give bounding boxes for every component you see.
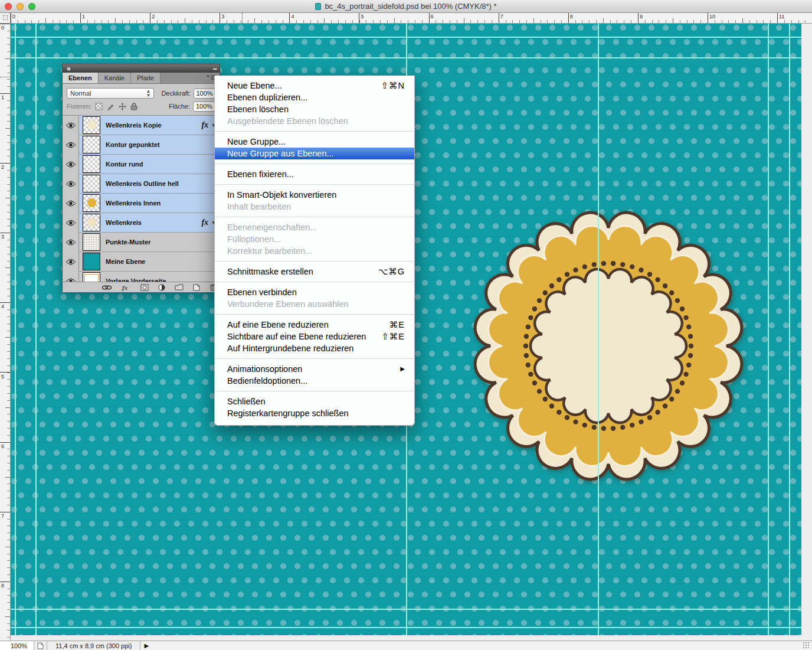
- status-bar: 100% 11,4 cm x 8,9 cm (300 ppi) ▶: [0, 641, 812, 650]
- badge-dotted-ring-dot: [592, 425, 597, 430]
- layer-row[interactable]: Wellenkreisfx▼: [63, 213, 220, 233]
- lock-transparency-icon[interactable]: [95, 103, 103, 110]
- menu-item[interactable]: Bedienfeldoptionen...: [215, 375, 414, 387]
- layer-thumbnail[interactable]: [83, 272, 100, 282]
- panel-drag-bar[interactable]: ◂◂: [63, 64, 220, 73]
- guide-line-horizontal[interactable]: [11, 37, 801, 38]
- layer-visibility-toggle[interactable]: [63, 135, 79, 155]
- layer-thumbnail[interactable]: [83, 194, 100, 212]
- layer-thumbnail[interactable]: [83, 233, 100, 251]
- layer-row[interactable]: Kontur gepunktet: [63, 135, 220, 155]
- menu-item[interactable]: Ebenen fixieren...: [215, 168, 414, 180]
- window-titlebar[interactable]: bc_4s_portrait_sidefold.psd bei 100% (CM…: [0, 0, 812, 13]
- menu-item[interactable]: Schließen: [215, 396, 414, 407]
- tab-ebenen[interactable]: Ebenen: [63, 73, 99, 83]
- layer-row[interactable]: Meine Ebene: [63, 252, 220, 272]
- layer-thumbnail[interactable]: [83, 214, 100, 231]
- menu-item[interactable]: Sichtbare auf eine Ebene reduzieren⇧⌘E: [215, 331, 414, 342]
- tab-pfade[interactable]: Pfade: [131, 73, 161, 83]
- zoom-window-button[interactable]: [28, 3, 35, 10]
- menu-item[interactable]: Animationsoptionen▶: [215, 363, 414, 375]
- badge-dotted-ring-dot: [680, 306, 685, 311]
- layer-row[interactable]: Vorlage Vorderseite: [63, 272, 220, 282]
- vertical-ruler[interactable]: 012345678: [0, 24, 11, 641]
- badge-dotted-ring-dot: [630, 423, 634, 427]
- guide-line-horizontal[interactable]: [11, 609, 801, 610]
- layer-name: Wellenkreis Innen: [106, 200, 161, 207]
- menu-item[interactable]: Ebenen verbinden: [215, 286, 414, 298]
- close-window-button[interactable]: [5, 3, 12, 10]
- add-layer-mask-icon[interactable]: [140, 284, 149, 291]
- guide-line-horizontal[interactable]: [11, 627, 801, 628]
- document-preview-icon[interactable]: [34, 641, 47, 650]
- layer-thumbnail[interactable]: [83, 253, 100, 270]
- layer-row[interactable]: Wellenkreis Innen: [63, 194, 220, 213]
- layer-thumbnail[interactable]: [83, 136, 100, 153]
- panel-collapse-icon[interactable]: ◂◂: [212, 66, 216, 71]
- menu-item[interactable]: Neue Gruppe aus Ebenen...: [215, 148, 414, 159]
- ruler-number: 0: [1, 25, 4, 31]
- tab-kanäle[interactable]: Kanäle: [99, 73, 131, 83]
- minimize-window-button[interactable]: [17, 3, 24, 10]
- layer-thumbnail[interactable]: [83, 116, 100, 134]
- guide-line-vertical[interactable]: [598, 24, 599, 635]
- ruler-number: 6: [431, 14, 434, 19]
- window-resize-grip[interactable]: [803, 642, 810, 648]
- blend-mode-select[interactable]: Normal ▲▼: [67, 88, 154, 99]
- layer-visibility-toggle[interactable]: [63, 213, 79, 233]
- menu-item-label: Bedienfeldoptionen...: [227, 375, 307, 387]
- layer-visibility-toggle[interactable]: [63, 252, 79, 272]
- badge-dotted-ring-dot: [680, 381, 685, 386]
- lock-position-icon[interactable]: [119, 103, 126, 110]
- layer-visibility-toggle[interactable]: [63, 116, 79, 135]
- layer-visibility-toggle[interactable]: [63, 174, 79, 194]
- menu-item[interactable]: Neue Gruppe...: [215, 136, 414, 148]
- opacity-value-field[interactable]: 100%: [194, 89, 215, 99]
- layer-row[interactable]: Wellenkreis Outline hell: [63, 174, 220, 194]
- guide-line-vertical[interactable]: [35, 24, 37, 635]
- guide-line-vertical[interactable]: [768, 24, 769, 635]
- layer-row[interactable]: Wellenkreis Kopiefx▼: [63, 116, 220, 135]
- adjustment-layer-icon[interactable]: [158, 284, 165, 291]
- layer-row[interactable]: Kontur rund: [63, 155, 220, 174]
- horizontal-ruler[interactable]: 01234567891011: [11, 13, 812, 24]
- guide-line-vertical[interactable]: [15, 24, 16, 635]
- scalloped-badge-artwork: [467, 204, 750, 488]
- ruler-number: 4: [291, 14, 294, 19]
- menu-item[interactable]: Schnittmaske erstellen⌥⌘G: [215, 266, 414, 277]
- menu-item-label: Ausgeblendete Ebenen löschen: [227, 115, 348, 127]
- ruler-number: 3: [1, 234, 4, 240]
- menu-item-label: Auf Hintergrundebene reduzieren: [227, 342, 353, 354]
- menu-item[interactable]: Auf Hintergrundebene reduzieren: [215, 342, 414, 354]
- zoom-level-field[interactable]: 100%: [0, 641, 34, 650]
- layer-visibility-toggle[interactable]: [63, 155, 79, 174]
- guide-line-vertical[interactable]: [789, 24, 790, 635]
- layer-visibility-toggle[interactable]: [63, 194, 79, 213]
- add-layer-style-icon[interactable]: fx: [122, 284, 131, 291]
- panel-close-button[interactable]: [66, 66, 71, 71]
- document-dimensions[interactable]: 11,4 cm x 8,9 cm (300 ppi): [47, 641, 140, 650]
- menu-item[interactable]: Registerkartengruppe schließen: [215, 407, 414, 419]
- new-group-icon[interactable]: [175, 284, 184, 290]
- badge-dotted-ring-dot: [688, 353, 693, 358]
- menu-item[interactable]: Ebenen duplizieren...: [215, 92, 414, 103]
- lock-all-icon[interactable]: [130, 103, 137, 110]
- menu-item[interactable]: Neue Ebene...⇧⌘N: [215, 80, 414, 92]
- fill-value-field[interactable]: 100%: [193, 102, 215, 112]
- guide-line-horizontal[interactable]: [11, 57, 801, 58]
- status-options-arrow[interactable]: ▶: [140, 642, 152, 649]
- layer-visibility-toggle[interactable]: [63, 272, 79, 282]
- layer-thumbnail[interactable]: [83, 175, 100, 192]
- new-layer-icon[interactable]: [193, 284, 200, 291]
- link-layers-icon[interactable]: [102, 285, 112, 290]
- menu-item[interactable]: Ebenen löschen: [215, 103, 414, 115]
- ruler-origin-corner[interactable]: [0, 13, 11, 24]
- badge-dotted-ring-dot: [601, 261, 606, 266]
- menu-item[interactable]: In Smart-Objekt konvertieren: [215, 189, 414, 201]
- menu-item-shortcut: ⌥⌘G: [378, 266, 405, 277]
- layer-thumbnail[interactable]: [83, 155, 100, 173]
- layer-row[interactable]: Punkte-Muster: [63, 233, 220, 252]
- lock-pixels-icon[interactable]: [107, 103, 114, 110]
- layer-visibility-toggle[interactable]: [63, 233, 79, 252]
- menu-item[interactable]: Auf eine Ebene reduzieren⌘E: [215, 319, 414, 331]
